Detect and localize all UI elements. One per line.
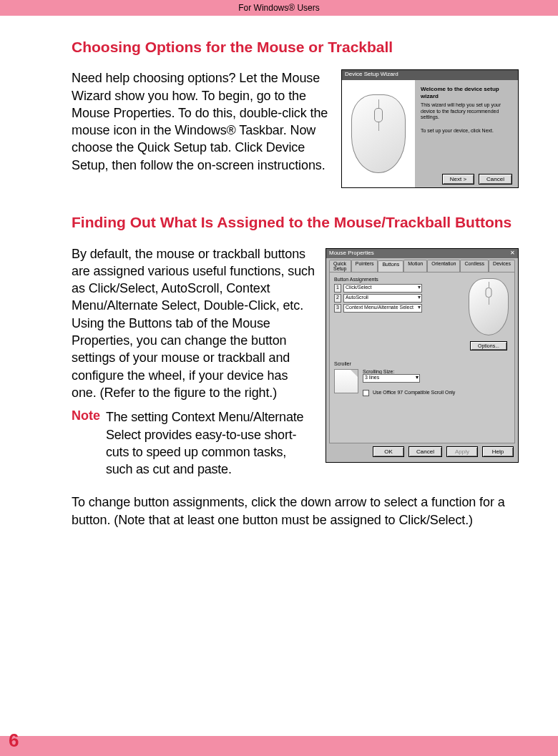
- page-number: 6: [9, 730, 19, 752]
- tab-orientation[interactable]: Orientation: [427, 260, 460, 272]
- document-icon: [334, 369, 358, 393]
- fig2-panel: Button Assignments 1 Click/Select 2 Auto…: [329, 272, 515, 443]
- figure-device-setup-wizard: Device Setup Wizard Welcome to the devic…: [341, 69, 519, 188]
- section1-heading: Choosing Options for the Mouse or Trackb…: [72, 37, 519, 57]
- section1-row: Need help choosing options? Let the Mous…: [72, 69, 519, 188]
- fig2-mouse-icon: [469, 278, 509, 335]
- tab-buttons[interactable]: Buttons: [378, 260, 403, 273]
- note-block: Note The setting Context Menu/Alternate …: [72, 408, 315, 478]
- cancel-button[interactable]: Cancel: [408, 446, 442, 457]
- assignment-combo-1[interactable]: Click/Select: [343, 284, 422, 293]
- assignment-combo-3[interactable]: Context Menu/Alternate Select: [343, 304, 422, 313]
- footer-band: [0, 736, 558, 756]
- compat-checkbox[interactable]: [363, 390, 369, 396]
- section2-heading: Finding Out What Is Assigned to the Mous…: [72, 212, 519, 232]
- note-label: Note: [72, 408, 100, 478]
- ok-button[interactable]: OK: [373, 446, 404, 457]
- apply-button[interactable]: Apply: [446, 446, 478, 457]
- mouse-icon: [351, 94, 406, 173]
- section2-after: To change button assignments, click the …: [72, 494, 519, 529]
- assignment-num-2: 2: [334, 294, 341, 303]
- fig2-tabs: Quick Setup Pointers Buttons Motion Orie…: [326, 258, 518, 272]
- section2-body: By default, the mouse or trackball butto…: [72, 245, 315, 402]
- note-text: The setting Context Menu/Alternate Selec…: [106, 408, 315, 478]
- tab-quick-setup[interactable]: Quick Setup: [329, 260, 351, 272]
- fig1-mouse-graphic: [342, 80, 415, 187]
- fig2-titlebar: Mouse Properties ✕: [326, 249, 518, 258]
- tab-devices[interactable]: Devices: [489, 260, 515, 272]
- figure-mouse-properties: Mouse Properties ✕ Quick Setup Pointers …: [326, 248, 519, 463]
- fig1-titlebar: Device Setup Wizard: [342, 70, 518, 80]
- section2-row: By default, the mouse or trackball butto…: [72, 245, 519, 478]
- options-button[interactable]: Options...: [470, 341, 507, 350]
- fig2-close-icon[interactable]: ✕: [510, 250, 515, 257]
- fig1-next-button[interactable]: Next >: [442, 174, 474, 185]
- fig2-title: Mouse Properties: [329, 250, 374, 257]
- fig1-cancel-button[interactable]: Cancel: [479, 174, 512, 185]
- fig1-desc: This wizard will help you set up your de…: [421, 102, 512, 120]
- scroller-group: Scroller Scrolling Size: 3 lines Use Off…: [334, 361, 510, 396]
- assignment-combo-2[interactable]: AutoScroll: [343, 294, 422, 303]
- fig1-welcome: Welcome to the device setup wizard: [421, 86, 512, 99]
- tab-pointers[interactable]: Pointers: [351, 260, 378, 272]
- fig2-button-bar: OK Cancel Apply Help: [326, 446, 518, 460]
- fig1-hint: To set up your device, click Next.: [421, 128, 512, 134]
- scroller-label: Scroller: [334, 361, 510, 366]
- header-band: For Windows® Users: [0, 0, 558, 16]
- assignment-num-3: 3: [334, 304, 341, 313]
- section2-textcol: By default, the mouse or trackball butto…: [72, 245, 315, 478]
- page-content: Choosing Options for the Mouse or Trackb…: [0, 16, 558, 529]
- section1-body: Need help choosing options? Let the Mous…: [72, 69, 331, 174]
- scrolling-size-combo[interactable]: 3 lines: [363, 374, 420, 383]
- tab-cordless[interactable]: Cordless: [460, 260, 489, 272]
- help-button[interactable]: Help: [482, 446, 514, 457]
- scrolling-size-label: Scrolling Size:: [363, 369, 510, 374]
- tab-motion[interactable]: Motion: [403, 260, 427, 272]
- header-title: For Windows® Users: [238, 3, 320, 13]
- assignment-num-1: 1: [334, 284, 341, 293]
- compat-label: Use Office 97 Compatible Scroll Only: [373, 390, 455, 395]
